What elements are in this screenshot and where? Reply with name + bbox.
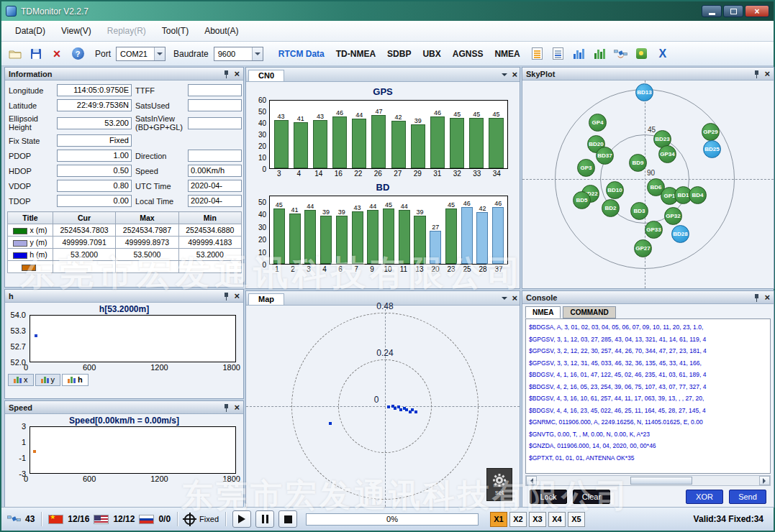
- cn0-bar[interactable]: [414, 216, 425, 264]
- cn0-bar[interactable]: [489, 118, 503, 169]
- cn0-bar[interactable]: [273, 208, 285, 264]
- console-tab-command[interactable]: COMMAND: [563, 306, 615, 318]
- satellite-gp29[interactable]: GP29: [702, 123, 720, 141]
- mode-rtcm-data[interactable]: RTCM Data: [273, 46, 330, 62]
- satellite-bd25[interactable]: BD25: [703, 140, 721, 158]
- skyplot-button[interactable]: [612, 45, 630, 63]
- menu-item-about-a[interactable]: About(A): [196, 23, 246, 39]
- titlebar[interactable]: TDMonitor V2.2.7 ×: [1, 1, 774, 21]
- cn0-bar[interactable]: [332, 116, 347, 168]
- menu-item-replay-r[interactable]: Replay(R): [99, 23, 154, 39]
- mode-nmea[interactable]: NMEA: [489, 46, 525, 62]
- satellite-gp27[interactable]: GP27: [634, 239, 652, 257]
- mode-sdbp[interactable]: SDBP: [381, 46, 417, 62]
- pin-icon[interactable]: [223, 403, 230, 412]
- nmea-output[interactable]: $BDGSA, A, 3, 01, 02, 03, 04, 05, 06, 07…: [525, 318, 771, 474]
- play-button[interactable]: [232, 510, 251, 528]
- minimize-button[interactable]: [702, 5, 722, 17]
- help-button[interactable]: ?: [68, 45, 87, 63]
- port-select[interactable]: COM21: [116, 47, 166, 61]
- h-chart-tab-y[interactable]: y: [35, 374, 61, 386]
- panel-close-icon[interactable]: [764, 293, 770, 302]
- satellite-gp34[interactable]: GP34: [658, 145, 676, 163]
- scroll-left-arrow-icon[interactable]: [526, 476, 537, 485]
- tab-cn0[interactable]: CN0: [248, 70, 284, 81]
- cn0-bar[interactable]: [461, 207, 473, 264]
- cn0-bar[interactable]: [289, 214, 301, 264]
- cn0-bar[interactable]: [450, 118, 464, 169]
- satellite-bd4[interactable]: BD4: [689, 186, 707, 204]
- cn0-bar[interactable]: [313, 120, 327, 168]
- save-button[interactable]: [27, 45, 45, 63]
- cn0-bar[interactable]: [391, 121, 406, 168]
- baudrate-select[interactable]: 9600: [214, 47, 263, 61]
- menu-item-data-d[interactable]: Data(D): [7, 23, 53, 39]
- pause-button[interactable]: [255, 510, 274, 528]
- pin-icon[interactable]: [223, 292, 230, 301]
- satellite-gp4[interactable]: GP4: [589, 114, 607, 132]
- cn0-bar[interactable]: [399, 210, 410, 264]
- satellite-bd37[interactable]: BD37: [596, 147, 614, 165]
- log-list-button[interactable]: [528, 45, 547, 63]
- pin-icon[interactable]: [223, 70, 230, 78]
- console-button-send[interactable]: Send: [729, 490, 766, 504]
- cn0-bar[interactable]: [336, 216, 348, 264]
- chevron-down-icon[interactable]: [154, 47, 165, 60]
- cn0-bar[interactable]: [367, 210, 379, 264]
- open-file-button[interactable]: [6, 45, 24, 63]
- channel-button-x5[interactable]: X5: [568, 512, 585, 527]
- cn0-bar[interactable]: [430, 231, 441, 264]
- scrollbar-track[interactable]: [537, 476, 759, 485]
- satellite-bd9[interactable]: BD9: [629, 154, 647, 172]
- console-button-xor[interactable]: XOR: [686, 490, 723, 504]
- console-button-clear[interactable]: Clear: [573, 490, 610, 504]
- clear-view-button[interactable]: X: [653, 45, 672, 63]
- channel-button-x1[interactable]: X1: [490, 512, 507, 527]
- disconnect-button[interactable]: ×: [47, 45, 66, 63]
- cn0-bar[interactable]: [476, 212, 488, 264]
- cn0-bar[interactable]: [294, 122, 308, 168]
- channel-button-x3[interactable]: X3: [529, 512, 546, 527]
- pin-icon[interactable]: [753, 70, 760, 78]
- satellite-gp32[interactable]: GP32: [664, 207, 682, 225]
- console-button-lock[interactable]: Lock: [530, 490, 567, 504]
- scrollbar-thumb[interactable]: [630, 477, 692, 485]
- map-settings-button[interactable]: set: [486, 468, 512, 501]
- mode-td-nmea[interactable]: TD-NMEA: [330, 46, 381, 62]
- cn0-bar[interactable]: [274, 120, 289, 168]
- panel-close-icon[interactable]: [234, 403, 240, 412]
- chevron-down-icon[interactable]: [252, 47, 263, 60]
- cn0-bar[interactable]: [371, 115, 386, 168]
- satellite-bd5[interactable]: BD5: [573, 191, 591, 209]
- cn0-bar[interactable]: [352, 119, 366, 168]
- cn0-bar[interactable]: [352, 211, 363, 264]
- satellite-bd10[interactable]: BD10: [606, 181, 624, 199]
- cn0-bar[interactable]: [430, 116, 445, 168]
- cn0-bar[interactable]: [411, 124, 425, 168]
- h-chart-tab-h[interactable]: h: [62, 374, 89, 386]
- position-button[interactable]: [633, 45, 651, 63]
- signal-chart-button[interactable]: [591, 45, 609, 63]
- chevron-down-icon[interactable]: [502, 297, 507, 303]
- pin-icon[interactable]: [753, 293, 760, 302]
- report-button[interactable]: [549, 45, 568, 63]
- cn0-bar[interactable]: [320, 216, 332, 264]
- cn0-bar[interactable]: [304, 210, 316, 264]
- cn0-bar[interactable]: [492, 207, 504, 264]
- panel-close-icon[interactable]: [234, 70, 240, 78]
- panel-close-icon[interactable]: [764, 70, 770, 78]
- stop-button[interactable]: [278, 510, 297, 528]
- cn0-chart-button[interactable]: [570, 45, 589, 63]
- channel-button-x2[interactable]: X2: [509, 512, 527, 527]
- cn0-bar[interactable]: [469, 118, 484, 169]
- maximize-button[interactable]: [723, 5, 743, 17]
- satellite-gp33[interactable]: GP33: [645, 221, 663, 239]
- menu-item-tool-t[interactable]: Tool(T): [154, 23, 196, 39]
- menu-item-view-v[interactable]: View(V): [53, 23, 99, 39]
- satellite-bd3[interactable]: BD3: [630, 202, 648, 220]
- satellite-bd13[interactable]: BD13: [635, 83, 653, 101]
- channel-button-x4[interactable]: X4: [548, 512, 566, 527]
- satellite-bd2[interactable]: BD2: [602, 199, 620, 217]
- cn0-bar[interactable]: [383, 208, 394, 264]
- panel-close-icon[interactable]: [512, 70, 517, 79]
